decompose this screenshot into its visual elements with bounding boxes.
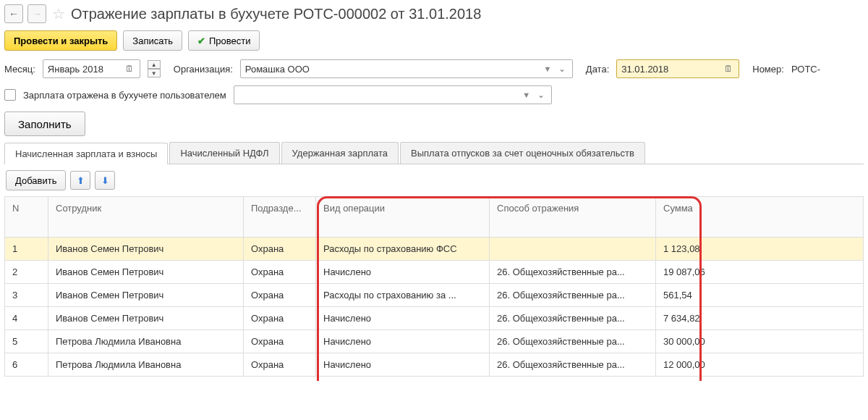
post-and-close-button[interactable]: Провести и закрыть: [4, 30, 117, 51]
forward-button[interactable]: →: [27, 4, 46, 23]
org-field[interactable]: Ромашка ООО ▼ ⌄: [240, 59, 573, 78]
number-value: РОТС-: [791, 64, 820, 75]
back-button[interactable]: ←: [4, 4, 23, 23]
favorite-icon[interactable]: ☆: [51, 6, 67, 22]
number-label: Номер:: [752, 64, 784, 75]
reflected-label: Зарплата отражена в бухучете пользовател…: [23, 90, 226, 101]
table-row[interactable]: 3 Иванов Семен Петрович Охрана Расходы п…: [5, 284, 864, 307]
reflected-checkbox[interactable]: [4, 89, 16, 101]
calendar-icon[interactable]: 🗓: [122, 62, 137, 76]
table-row[interactable]: 5 Петрова Людмила Ивановна Охрана Начисл…: [5, 330, 864, 353]
col-operation[interactable]: Вид операции: [316, 197, 490, 238]
post-button[interactable]: ✔ Провести: [188, 30, 260, 51]
col-sum[interactable]: Сумма: [656, 197, 864, 238]
month-value: Январь 2018: [48, 64, 122, 75]
table-row[interactable]: 4 Иванов Семен Петрович Охрана Начислено…: [5, 307, 864, 330]
org-value: Ромашка ООО: [245, 64, 540, 75]
date-value: 31.01.2018: [621, 64, 721, 75]
spinner-up-icon[interactable]: ▲: [148, 60, 161, 69]
date-label: Дата:: [586, 64, 609, 75]
reflected-field[interactable]: ▼ ⌄: [234, 85, 552, 104]
table-row[interactable]: 6 Петрова Людмила Ивановна Охрана Начисл…: [5, 353, 864, 377]
dropdown-chevron-icon[interactable]: ▼: [519, 88, 534, 102]
add-row-button[interactable]: Добавить: [6, 170, 66, 190]
calendar-icon[interactable]: 🗓: [721, 62, 736, 76]
date-field[interactable]: 31.01.2018 🗓: [616, 59, 739, 78]
salary-table: N Сотрудник Подразде... Вид операции Спо…: [4, 196, 864, 377]
table-row[interactable]: 2 Иванов Семен Петрович Охрана Начислено…: [5, 261, 864, 284]
org-label: Организация:: [174, 64, 233, 75]
col-n[interactable]: N: [5, 197, 48, 238]
open-ref-icon[interactable]: ⌄: [534, 88, 548, 102]
col-department[interactable]: Подразде...: [244, 197, 316, 238]
tab-ndfl[interactable]: Начисленный НДФЛ: [169, 142, 279, 164]
tab-withheld[interactable]: Удержанная зарплата: [281, 142, 399, 164]
fill-button[interactable]: Заполнить: [4, 112, 85, 136]
page-title: Отражение зарплаты в бухучете РОТС-00000…: [71, 6, 481, 22]
col-reflection[interactable]: Способ отражения: [490, 197, 656, 238]
move-down-button[interactable]: ⬇: [95, 171, 115, 190]
tab-vacation[interactable]: Выплата отпусков за счет оценочных обяза…: [400, 142, 645, 164]
month-label: Месяц:: [4, 64, 35, 75]
col-employee[interactable]: Сотрудник: [48, 197, 244, 238]
move-up-button[interactable]: ⬆: [70, 171, 90, 190]
save-button[interactable]: Записать: [123, 30, 182, 51]
dropdown-chevron-icon[interactable]: ▼: [540, 62, 555, 76]
post-label: Провести: [209, 35, 251, 46]
tab-accrued-salary[interactable]: Начисленная зарплата и взносы: [4, 143, 168, 164]
post-check-icon: ✔: [197, 35, 205, 46]
spinner-down-icon[interactable]: ▼: [148, 69, 161, 77]
month-field[interactable]: Январь 2018 🗓: [43, 59, 140, 78]
open-ref-icon[interactable]: ⌄: [555, 62, 569, 76]
month-spinner[interactable]: ▲ ▼: [148, 60, 161, 77]
table-row[interactable]: 1 Иванов Семен Петрович Охрана Расходы п…: [5, 238, 864, 261]
